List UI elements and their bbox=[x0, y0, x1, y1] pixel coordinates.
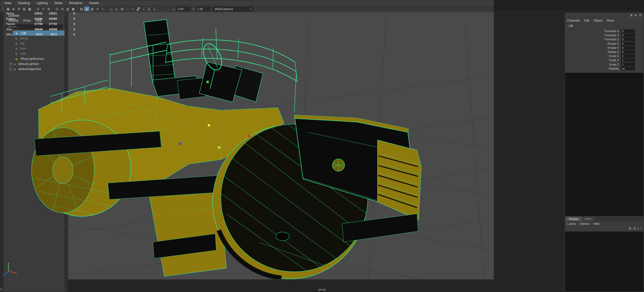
channel-box-empty-area bbox=[565, 73, 643, 216]
viewport-toolbar: ▣ ◈ ⚙ ▤ ▦ ◎ ✎ ⊞ ⊡ ⊟ ▥ ▩ ▧ ● ▨ ☀ ◐ △ ◬ ◍ … bbox=[0, 6, 494, 12]
viewport-menu-view[interactable]: View bbox=[4, 1, 11, 5]
show-menu[interactable]: Show bbox=[606, 19, 614, 22]
antenna bbox=[216, 28, 217, 60]
colorspace-value: sRGB gamma bbox=[214, 7, 233, 11]
scale-x-field[interactable] bbox=[621, 54, 635, 58]
gate-mask-icon[interactable]: ▥ bbox=[65, 6, 70, 11]
sidebar-toggle-icons: ◨ ◉ ▥ bbox=[630, 13, 642, 17]
channel-row-scale-x: Scale X bbox=[565, 54, 644, 58]
ao-icon[interactable]: ◌ bbox=[125, 6, 130, 11]
isolate-select-icon[interactable]: ◬ bbox=[114, 6, 119, 11]
rotate-z-field[interactable] bbox=[621, 50, 635, 54]
selected-object-name[interactable]: _cat bbox=[565, 23, 644, 28]
channel-row-scale-z: Scale Z bbox=[565, 62, 644, 67]
perspective-viewport[interactable]: View Shading Lighting Show Renderer Pane… bbox=[0, 0, 494, 280]
exposure-icon[interactable]: ☼ bbox=[171, 7, 176, 11]
hud-row-uvs: UVs: 8072 8072 0 bbox=[6, 32, 75, 37]
smooth-shade-icon[interactable]: ● bbox=[84, 6, 89, 11]
grease-pencil-icon[interactable]: ✎ bbox=[41, 6, 46, 11]
gamma-icon[interactable]: ◑ bbox=[191, 7, 196, 11]
film-gate-icon[interactable]: ⊡ bbox=[54, 6, 60, 11]
move-layer-up-icon[interactable]: ▴ bbox=[637, 227, 639, 230]
translate-x-field[interactable] bbox=[621, 29, 635, 33]
roller-model[interactable] bbox=[32, 20, 421, 279]
tool-settings-icon[interactable]: ◉ bbox=[634, 13, 637, 17]
attribute-editor-icon[interactable]: ◨ bbox=[630, 13, 632, 17]
handle-lime bbox=[218, 146, 220, 149]
channel-row-rotate-x: Rotate X bbox=[565, 42, 644, 46]
bookmark-icon[interactable]: ▤ bbox=[22, 6, 27, 11]
tab-display[interactable]: Display bbox=[566, 217, 582, 221]
translate-z-field[interactable] bbox=[621, 37, 635, 41]
handle-red bbox=[248, 135, 250, 137]
viewport-menu-lighting[interactable]: Lighting bbox=[37, 1, 48, 5]
field-chart-icon[interactable]: ▩ bbox=[70, 6, 76, 11]
colorspace-dropdown[interactable]: sRGB gamma ▾ bbox=[213, 7, 253, 11]
viewport-menu-show[interactable]: Show bbox=[55, 1, 62, 5]
layers-menu[interactable]: Layers bbox=[567, 222, 576, 225]
object-menu[interactable]: Object bbox=[593, 19, 602, 22]
shadows-icon[interactable]: ◐ bbox=[100, 6, 106, 11]
poly-count-hud: Verts: 22521 22521 0 Edges: 50496 50496 … bbox=[6, 11, 75, 37]
dropdown-caret-icon: ▾ bbox=[250, 8, 251, 10]
handle-green bbox=[206, 81, 209, 83]
channel-row-scale-y: Scale Y bbox=[565, 58, 644, 62]
channel-row-translate-z: Translate Z bbox=[565, 37, 644, 41]
fog-icon[interactable]: ▒ bbox=[146, 6, 152, 11]
viewport-menu-panels[interactable]: Panels bbox=[89, 1, 99, 5]
side-steps[interactable] bbox=[377, 140, 421, 220]
xray-icon[interactable]: △ bbox=[108, 6, 114, 11]
3d-scene[interactable] bbox=[0, 12, 494, 279]
handle-blue bbox=[179, 143, 182, 145]
viewport-menu-renderer[interactable]: Renderer bbox=[69, 1, 83, 5]
grid-toggle-icon[interactable]: ⊞ bbox=[46, 6, 51, 11]
hud-row-faces: Faces: 27784 27784 0 bbox=[6, 21, 75, 27]
front-drum-hub bbox=[53, 157, 73, 184]
rotate-y-field[interactable] bbox=[621, 46, 635, 50]
depth-of-field-icon[interactable]: ◒ bbox=[141, 6, 146, 11]
layer-editor-tabs: Display Anim bbox=[565, 216, 643, 221]
layer-editor-menubar: Layers Options Help bbox=[565, 221, 643, 226]
resolution-gate-icon[interactable]: ⊟ bbox=[60, 6, 65, 11]
handle-yellow bbox=[208, 124, 210, 126]
viewport-menu-shading[interactable]: Shading bbox=[18, 1, 30, 5]
new-layer-icon[interactable]: ◧ bbox=[629, 227, 631, 230]
layer-list-empty-area bbox=[565, 231, 643, 291]
new-layer-selected-icon[interactable]: ◨ bbox=[633, 227, 636, 230]
translate-y-field[interactable] bbox=[621, 33, 635, 37]
multisample-icon[interactable]: ▞ bbox=[135, 6, 141, 11]
gamma-field[interactable] bbox=[196, 7, 210, 11]
seat-back[interactable] bbox=[144, 20, 175, 83]
channel-row-rotate-y: Rotate Y bbox=[565, 46, 644, 50]
channel-box-icon[interactable]: ▥ bbox=[639, 13, 642, 17]
tab-anim[interactable]: Anim bbox=[582, 217, 594, 221]
rotate-x-field[interactable] bbox=[621, 42, 635, 45]
default-material-icon[interactable]: ◍ bbox=[119, 6, 125, 11]
pan-zoom-icon[interactable]: ◎ bbox=[35, 6, 41, 11]
edit-menu[interactable]: Edit bbox=[584, 19, 589, 22]
wireframe-icon[interactable]: ▧ bbox=[79, 6, 84, 11]
motion-blur-icon[interactable]: ≈ bbox=[130, 6, 135, 11]
camera-label: persp bbox=[0, 288, 644, 291]
select-camera-icon[interactable]: ▣ bbox=[5, 6, 11, 11]
image-plane-icon[interactable]: ▦ bbox=[27, 6, 32, 11]
lighting-icon[interactable]: ☀ bbox=[95, 6, 100, 11]
toolbar-grip[interactable] bbox=[2, 7, 4, 11]
visibility-field[interactable] bbox=[621, 67, 635, 70]
axis-indicator bbox=[3, 262, 17, 276]
scale-y-field[interactable] bbox=[621, 58, 635, 62]
lock-camera-icon[interactable]: ◈ bbox=[11, 6, 16, 11]
exposure-field[interactable] bbox=[177, 7, 191, 11]
scale-z-field[interactable] bbox=[621, 63, 635, 66]
layer-editor-icons: ◧ ◨ ▴ ▾ bbox=[629, 227, 642, 230]
channel-attributes: Translate X Translate Y Translate Z Rota… bbox=[565, 29, 644, 71]
rear-drum-hole bbox=[276, 232, 289, 241]
clipping-icon[interactable]: ▯ bbox=[152, 6, 157, 11]
camera-settings-icon[interactable]: ⚙ bbox=[16, 6, 22, 11]
help-menu[interactable]: Help bbox=[593, 222, 600, 225]
textured-icon[interactable]: ▨ bbox=[89, 6, 95, 11]
channel-row-translate-y: Translate Y bbox=[565, 33, 644, 37]
options-menu[interactable]: Options bbox=[580, 222, 590, 225]
move-layer-down-icon[interactable]: ▾ bbox=[640, 227, 642, 230]
channels-menu[interactable]: Channels bbox=[567, 19, 580, 22]
